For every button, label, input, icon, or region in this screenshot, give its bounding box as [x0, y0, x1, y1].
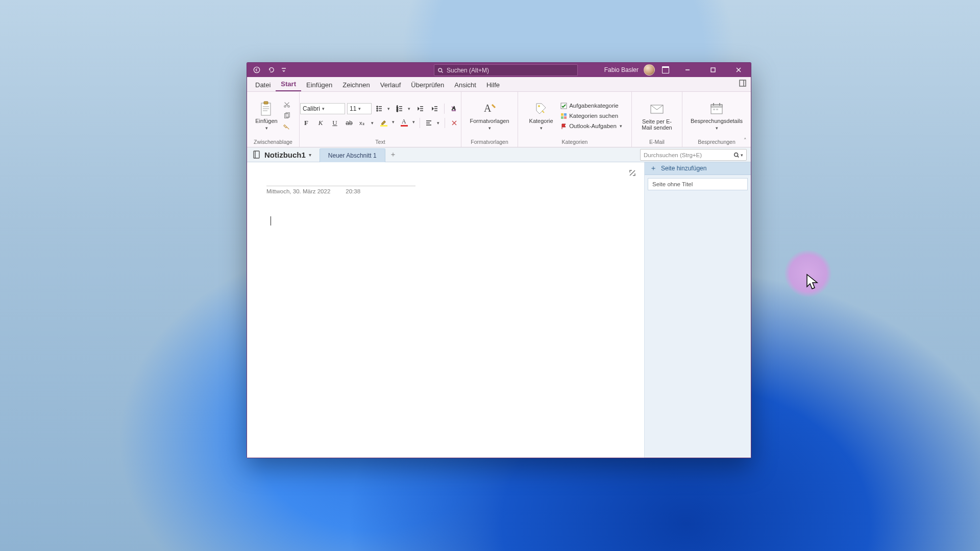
add-section-button[interactable]: ＋	[387, 149, 399, 160]
minimize-button[interactable]	[676, 63, 699, 77]
underline-button[interactable]: U	[329, 117, 341, 129]
bullet-list-button[interactable]: ▾	[374, 103, 392, 114]
outdent-button[interactable]	[414, 103, 427, 114]
notebook-selector[interactable]: Notizbuch1 ▾	[247, 150, 316, 159]
styles-icon: A	[482, 101, 497, 116]
checkbox-icon	[560, 102, 567, 109]
svg-rect-30	[713, 103, 714, 106]
text-cursor	[271, 216, 271, 226]
meeting-details-button[interactable]: Besprechungsdetails ▾	[690, 101, 744, 131]
clear-formatting-button[interactable]: A	[448, 103, 460, 114]
cut-button[interactable]	[282, 100, 291, 109]
maximize-button[interactable]	[702, 63, 724, 77]
section-tab[interactable]: Neuer Abschnitt 1	[320, 148, 385, 162]
tab-datei[interactable]: Datei	[250, 78, 276, 91]
tab-einfuegen[interactable]: Einfügen	[301, 78, 337, 91]
group-label-categories: Kategorien	[522, 138, 627, 146]
svg-rect-32	[713, 109, 715, 110]
notebook-bar: Notizbuch1 ▾ Neuer Abschnitt 1 ＋ Durchsu…	[247, 147, 751, 162]
font-family-combo[interactable]: Calibri▾	[300, 103, 345, 114]
category-button[interactable]: Kategorie ▾	[527, 101, 555, 131]
flag-icon	[560, 122, 567, 130]
group-label-styles: Formatvorlagen	[465, 138, 513, 146]
page-dateline: Mittwoch, 30. März 2022 20:38	[266, 186, 415, 194]
ribbon-tabs: Datei Start Einfügen Zeichnen Verlauf Üb…	[247, 77, 751, 92]
tab-verlauf[interactable]: Verlauf	[375, 78, 406, 91]
styles-button[interactable]: A Formatvorlagen ▾	[470, 101, 509, 131]
strikethrough-button[interactable]: ab	[343, 117, 355, 129]
svg-rect-29	[711, 105, 722, 107]
svg-rect-23	[561, 113, 564, 116]
svg-rect-2	[711, 68, 715, 72]
ribbon-display-options[interactable]	[658, 63, 673, 77]
tag-icon	[533, 101, 549, 116]
content-area: Mittwoch, 30. März 2022 20:38 ＋ Seite hi…	[247, 162, 751, 458]
undo-button[interactable]	[266, 65, 276, 74]
font-color-button[interactable]: A ▾	[398, 117, 416, 129]
svg-rect-24	[564, 113, 567, 116]
align-icon	[425, 119, 432, 127]
chevron-down-icon: ▾	[265, 126, 268, 131]
tab-ansicht[interactable]: Ansicht	[449, 78, 481, 91]
search-icon	[437, 67, 444, 73]
delete-formatting-button[interactable]	[448, 117, 460, 129]
copy-button[interactable]	[282, 111, 291, 120]
svg-rect-25	[561, 116, 564, 119]
svg-rect-5	[264, 102, 268, 104]
outlook-tasks-button[interactable]: Outlook-Aufgaben ▾	[560, 122, 622, 130]
page-list-item[interactable]: Seite ohne Titel	[648, 178, 748, 190]
search-categories-button[interactable]: Kategorien suchen	[560, 112, 622, 119]
numbered-list-button[interactable]: 123▾	[394, 103, 412, 114]
avatar[interactable]	[644, 64, 655, 76]
back-button[interactable]	[252, 65, 261, 74]
customize-qat-button[interactable]	[281, 65, 287, 74]
svg-point-1	[438, 68, 442, 71]
user-name[interactable]: Fabio Basler	[604, 66, 639, 73]
subscript-button[interactable]: x₂▾	[357, 117, 376, 129]
collapse-ribbon-button[interactable]: ˄	[744, 137, 747, 144]
plus-icon: ＋	[650, 164, 657, 173]
italic-button[interactable]: K	[314, 117, 327, 129]
titlebar-search-placeholder: Suchen (Alt+M)	[447, 67, 489, 74]
title-bar: Seite ohne Titel - OneNote Suchen (Alt+M…	[247, 63, 751, 77]
x-icon	[451, 119, 458, 127]
tab-hilfe[interactable]: Hilfe	[481, 78, 505, 91]
font-size-combo[interactable]: 11▾	[347, 103, 372, 114]
page-canvas[interactable]: Mittwoch, 30. März 2022 20:38	[247, 162, 644, 458]
desktop-wallpaper: Seite ohne Titel - OneNote Suchen (Alt+M…	[0, 0, 980, 551]
svg-text:3: 3	[397, 109, 398, 112]
svg-rect-8	[263, 110, 267, 111]
format-painter-button[interactable]	[282, 122, 291, 132]
svg-rect-6	[263, 106, 269, 107]
page-time: 20:38	[346, 188, 360, 194]
pages-pane: ＋ Seite hinzufügen Seite ohne Titel	[644, 162, 751, 458]
brush-icon	[283, 123, 290, 131]
svg-rect-33	[716, 109, 718, 110]
task-category-button[interactable]: Aufgabenkategorie	[560, 102, 622, 109]
svg-point-35	[734, 153, 738, 156]
outdent-icon	[417, 105, 424, 112]
notebook-icon	[252, 150, 261, 159]
share-panel-button[interactable]	[739, 79, 747, 89]
close-button[interactable]	[727, 63, 750, 77]
paste-button[interactable]: Einfügen ▾	[255, 101, 278, 131]
fullscreen-icon[interactable]	[629, 169, 636, 177]
highlight-button[interactable]: ▾	[378, 117, 396, 129]
align-button[interactable]: ▾	[423, 117, 442, 129]
tab-zeichnen[interactable]: Zeichnen	[337, 78, 375, 91]
tab-ueberpruefen[interactable]: Überprüfen	[406, 78, 449, 91]
numbered-list-icon: 123	[396, 105, 403, 112]
group-label-meetings: Besprechungen	[687, 138, 747, 146]
indent-button[interactable]	[429, 103, 441, 114]
svg-rect-31	[719, 103, 720, 106]
svg-rect-34	[254, 151, 259, 158]
ribbon: Einfügen ▾ Zwischenablage	[247, 92, 751, 147]
notebook-search[interactable]: Durchsuchen (Strg+E) ▾	[640, 149, 747, 161]
titlebar-search[interactable]: Suchen (Alt+M)	[434, 64, 578, 76]
svg-point-15	[377, 110, 378, 111]
bold-button[interactable]: F	[300, 117, 312, 129]
add-page-button[interactable]: ＋ Seite hinzufügen	[645, 162, 751, 175]
email-page-button[interactable]: Seite per E- Mail senden	[639, 102, 675, 131]
indent-icon	[431, 105, 438, 112]
tab-start[interactable]: Start	[276, 77, 301, 91]
